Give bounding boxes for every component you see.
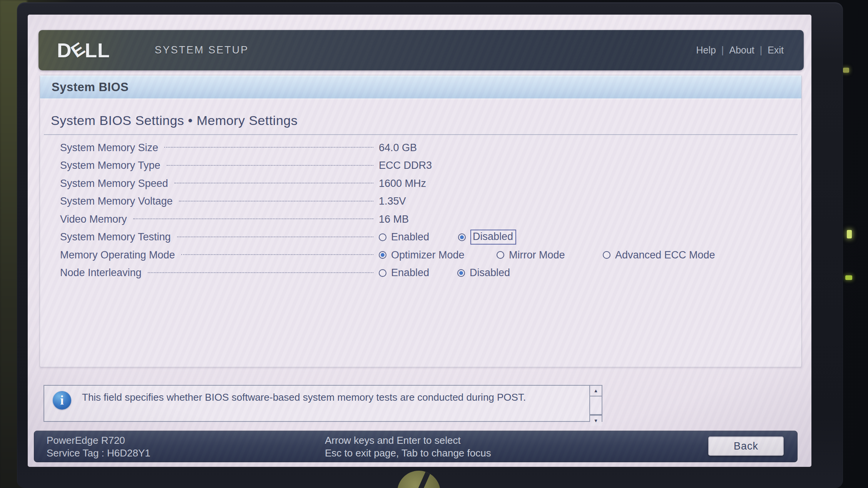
dotted-leader — [167, 165, 373, 166]
background-led — [845, 275, 852, 280]
radio-option-label: Enabled — [391, 267, 429, 279]
setting-row: Video Memory16 MB — [40, 210, 801, 228]
setting-row: Node InterleavingEnabledDisabled — [40, 264, 801, 282]
setting-label: Memory Operating Mode — [60, 249, 175, 261]
back-button[interactable]: Back — [708, 436, 784, 456]
setting-row: System Memory Size64.0 GB — [40, 139, 801, 157]
setting-value-area: 64.0 GB — [379, 142, 801, 154]
radio-option-label: Disabled — [470, 230, 516, 245]
link-separator: | — [760, 45, 763, 56]
setting-value: 16 MB — [379, 213, 409, 225]
service-tag: Service Tag : H6D28Y1 — [47, 447, 151, 460]
about-link[interactable]: About — [729, 45, 754, 56]
setting-value-area: 1600 MHz — [379, 178, 801, 190]
radio-selected-icon[interactable] — [457, 269, 465, 277]
setting-value-area: ECC DDR3 — [379, 160, 801, 172]
dotted-leader — [181, 254, 373, 255]
radio-option[interactable]: Disabled — [458, 231, 516, 243]
background-led — [847, 230, 852, 238]
hp-logo-slash — [406, 471, 431, 488]
radio-unselected-icon[interactable] — [603, 251, 610, 259]
settings-rows: System Memory Size64.0 GBSystem Memory T… — [40, 139, 801, 282]
system-identity: PowerEdge R720 Service Tag : H6D28Y1 — [47, 434, 151, 460]
radio-unselected-icon[interactable] — [379, 233, 386, 241]
key-hints: Arrow keys and Enter to select Esc to ex… — [325, 434, 491, 460]
scroll-thumb[interactable] — [590, 396, 602, 415]
photo-background: DELL SYSTEM SETUP Help | About | Exit Sy… — [0, 0, 868, 488]
setting-value-area: EnabledDisabled — [379, 267, 801, 279]
setting-label: System Memory Voltage — [60, 195, 173, 207]
link-separator: | — [721, 45, 724, 56]
hint-line-1: Arrow keys and Enter to select — [325, 434, 491, 447]
radio-option-label: Disabled — [470, 267, 510, 279]
section-header: System BIOS — [40, 75, 801, 99]
dell-logo-letter: LL — [85, 39, 110, 62]
radio-option-label: Mirror Mode — [509, 249, 565, 261]
radio-selected-icon[interactable] — [379, 251, 386, 259]
system-setup-title: SYSTEM SETUP — [155, 44, 249, 56]
radio-unselected-icon[interactable] — [379, 269, 386, 277]
section-title: System BIOS — [52, 80, 129, 94]
setting-label: Video Memory — [60, 213, 127, 225]
setting-row: System Memory Speed1600 MHz — [40, 175, 801, 193]
setting-row: System Memory TestingEnabledDisabled — [40, 228, 801, 246]
model-name: PowerEdge R720 — [47, 434, 151, 447]
hint-line-2: Esc to exit page, Tab to change focus — [325, 447, 491, 460]
setting-value: 64.0 GB — [379, 142, 417, 154]
dotted-leader — [148, 272, 373, 273]
setting-value-area: 1.35V — [379, 195, 801, 207]
setting-label: System Memory Type — [60, 160, 161, 172]
radio-unselected-icon[interactable] — [497, 251, 504, 259]
setting-value-area: EnabledDisabled — [379, 231, 801, 243]
setting-value: 1.35V — [379, 195, 406, 207]
topbar-links: Help | About | Exit — [696, 45, 784, 56]
scroll-down-button[interactable]: ▼ — [590, 415, 602, 426]
info-icon: i — [53, 391, 71, 410]
setting-label: System Memory Testing — [60, 231, 171, 243]
radio-option[interactable]: Enabled — [379, 231, 458, 243]
exit-link[interactable]: Exit — [768, 45, 784, 56]
setting-value: 1600 MHz — [379, 178, 426, 190]
info-panel: i This field specifies whether BIOS soft… — [43, 385, 602, 422]
radio-selected-icon[interactable] — [458, 233, 466, 241]
dotted-leader — [133, 218, 373, 219]
help-link[interactable]: Help — [696, 45, 716, 56]
dotted-leader — [174, 183, 373, 183]
dotted-leader — [177, 237, 373, 237]
dotted-leader — [179, 201, 373, 202]
title-divider — [44, 134, 798, 135]
top-bar: DELL SYSTEM SETUP Help | About | Exit — [38, 30, 804, 70]
setting-row: Memory Operating ModeOptimizer ModeMirro… — [40, 246, 801, 264]
setting-value-area: Optimizer ModeMirror ModeAdvanced ECC Mo… — [379, 249, 801, 261]
setting-row: System Memory TypeECC DDR3 — [40, 157, 801, 175]
radio-option[interactable]: Advanced ECC Mode — [603, 249, 715, 261]
setting-label: System Memory Speed — [60, 178, 168, 190]
dell-logo-letter: D — [57, 39, 72, 62]
setting-label: System Memory Size — [60, 142, 158, 154]
scroll-up-button[interactable]: ▲ — [590, 386, 602, 396]
radio-option[interactable]: Disabled — [457, 267, 510, 279]
setting-label: Node Interleaving — [60, 267, 142, 279]
setting-value-area: 16 MB — [379, 213, 801, 225]
radio-option[interactable]: Mirror Mode — [497, 249, 603, 261]
setting-value: ECC DDR3 — [379, 160, 432, 172]
dotted-leader — [164, 147, 373, 148]
radio-option-label: Advanced ECC Mode — [615, 249, 715, 261]
info-scrollbar[interactable]: ▲ ▼ — [589, 386, 602, 421]
dell-logo-icon: DELL — [57, 39, 110, 62]
setting-row: System Memory Voltage1.35V — [40, 193, 801, 211]
footer-bar: PowerEdge R720 Service Tag : H6D28Y1 Arr… — [34, 431, 798, 462]
background-led — [843, 68, 849, 73]
radio-option-label: Optimizer Mode — [391, 249, 465, 261]
info-text: This field specifies whether BIOS softwa… — [82, 391, 526, 421]
content-panel: System BIOS System BIOS Settings • Memor… — [40, 75, 802, 367]
bios-screen: DELL SYSTEM SETUP Help | About | Exit Sy… — [28, 15, 811, 467]
radio-option[interactable]: Enabled — [379, 267, 457, 279]
breadcrumb-title: System BIOS Settings • Memory Settings — [51, 113, 801, 128]
radio-option-label: Enabled — [391, 231, 429, 243]
radio-option[interactable]: Optimizer Mode — [379, 249, 497, 261]
